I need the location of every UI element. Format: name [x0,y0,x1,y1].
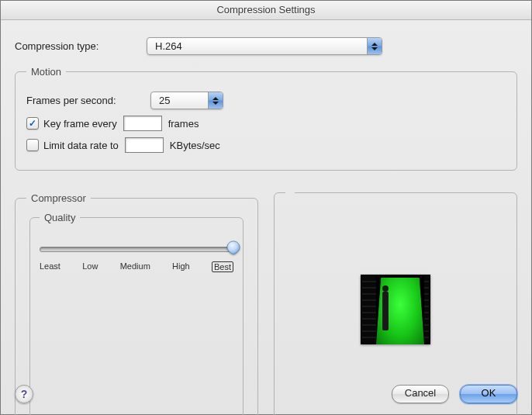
fps-row: Frames per second: 25 [26,92,506,109]
cancel-button[interactable]: Cancel [392,385,449,403]
keyframe-unit: frames [168,118,199,130]
select-stepper-icon [367,38,382,54]
compression-type-value: H.264 [155,40,188,52]
preview-group [274,192,517,415]
slider-thumb-icon[interactable] [226,240,240,254]
tick-high: High [172,261,190,272]
dialog-footer: ? Cancel OK [15,385,517,403]
dialog-content: Compression type: H.264 Motion Frames pe… [1,20,531,415]
limit-input[interactable] [125,137,164,153]
dialog-window: Compression Settings Compression type: H… [0,0,532,415]
quality-slider[interactable] [40,236,233,252]
slider-track [40,247,233,252]
fps-value: 25 [159,95,176,106]
motion-group: Motion Frames per second: 25 Key frame e… [15,66,517,171]
fps-select[interactable]: 25 [150,92,223,109]
window-title: Compression Settings [216,4,315,16]
compression-type-select[interactable]: H.264 [147,37,382,55]
help-button[interactable]: ? [15,385,33,403]
keyframe-row: Key frame every frames [26,116,506,131]
keyframe-label: Key frame every [43,118,117,130]
compression-type-label: Compression type: [15,40,147,52]
quality-tick-labels: Least Low Medium High Best [40,261,233,272]
ok-button[interactable]: OK [460,385,517,403]
tick-low: Low [82,261,98,272]
tick-medium: Medium [120,261,150,272]
limit-unit: KBytes/sec [170,140,220,151]
lower-panels: Compressor Quality [15,182,517,415]
compression-type-row: Compression type: H.264 [15,37,517,55]
help-icon: ? [21,388,28,400]
quality-legend: Quality [40,212,80,223]
keyframe-checkbox[interactable] [26,117,39,130]
tick-least: Least [40,261,60,272]
motion-legend: Motion [26,66,66,78]
tick-best: Best [212,261,233,272]
preview-thumbnail [361,275,430,344]
select-stepper-icon [208,92,223,109]
limit-checkbox[interactable] [26,139,39,151]
limit-label: Limit data rate to [43,140,119,151]
window-titlebar: Compression Settings [1,1,531,20]
limit-row: Limit data rate to KBytes/sec [26,137,506,153]
fps-label: Frames per second: [26,95,150,106]
keyframe-input[interactable] [123,116,162,131]
compressor-legend: Compressor [26,192,91,204]
compressor-group: Compressor Quality [15,192,258,415]
